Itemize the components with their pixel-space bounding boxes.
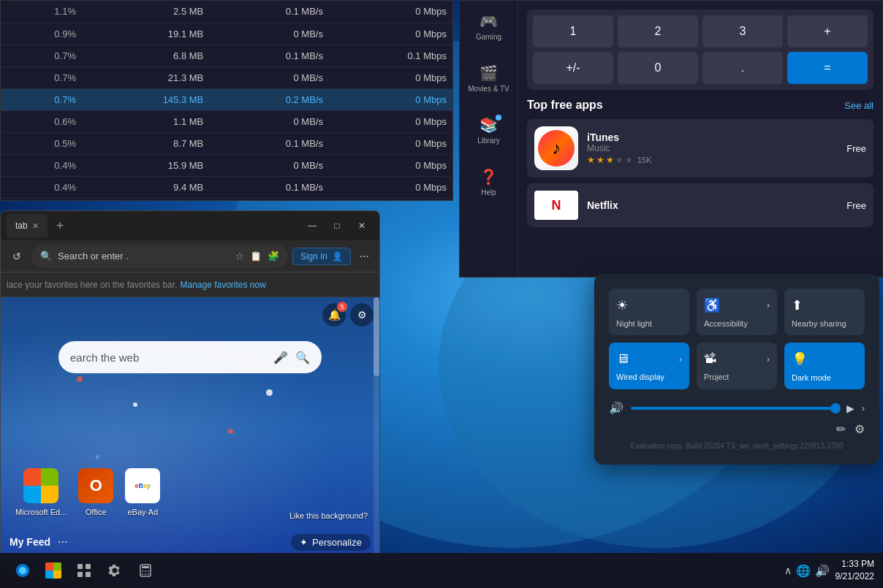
edge-shortcut-icon-edge xyxy=(23,468,58,503)
edge-close-button[interactable]: ✕ xyxy=(350,215,374,236)
taskbar-settings-icon[interactable] xyxy=(101,557,129,584)
edge-maximize-button[interactable]: □ xyxy=(325,215,349,236)
edge-search-container: earch the web 🎤 🔍 xyxy=(58,341,322,373)
edge-collections-icon[interactable]: 📋 xyxy=(250,251,262,261)
itunes-info: iTunes Music ★ ★ ★ ★ ★ 15K xyxy=(587,131,838,165)
edge-address-text: Search or enter . xyxy=(58,251,230,261)
edge-search-submit-icon[interactable]: 🔍 xyxy=(295,351,310,364)
edge-page-settings-button[interactable]: ⚙ xyxy=(350,303,374,327)
microsoft-store-window: 🎮 Gaming 🎬 Movies & TV 📚 Library ❓ Help … xyxy=(459,0,883,278)
edge-search-icon: 🔍 xyxy=(40,251,52,261)
store-sidebar-gaming[interactable]: 🎮 Gaming xyxy=(471,8,506,45)
edge-shortcut-office[interactable]: O Office xyxy=(78,468,113,516)
taskbar-start-icon[interactable] xyxy=(39,557,67,584)
taskbar-network-icon[interactable]: 🌐 xyxy=(796,564,811,578)
netflix-icon: N xyxy=(534,191,578,220)
edge-browser-window[interactable]: tab ✕ + — □ ✕ ↺ 🔍 Search or enter . ☆ 📋 … xyxy=(0,210,380,561)
edge-back-button[interactable]: ↺ xyxy=(7,246,27,267)
gaming-icon: 🎮 xyxy=(480,12,498,30)
svg-point-9 xyxy=(142,573,143,575)
edge-more-button[interactable]: ··· xyxy=(355,247,374,266)
taskbar-chevron-icon[interactable]: ∧ xyxy=(784,565,792,576)
edge-new-tab-button[interactable]: + xyxy=(52,218,69,234)
store-sidebar-movies[interactable]: 🎬 Movies & TV xyxy=(463,60,514,97)
tm-cpu-cell: 0.7% xyxy=(1,66,82,88)
calc-btn-0[interactable]: 0 xyxy=(618,52,698,84)
top-free-apps-section: Top free apps See all ♪ iTunes Music ★ ★… xyxy=(527,99,873,227)
tm-cpu-cell: 0.5% xyxy=(1,132,82,154)
taskbar-taskview-icon[interactable] xyxy=(70,557,98,584)
volume-chevron-icon[interactable]: › xyxy=(862,403,865,413)
calc-btn-3[interactable]: 3 xyxy=(702,15,783,47)
itunes-app-item[interactable]: ♪ iTunes Music ★ ★ ★ ★ ★ 15K Free xyxy=(527,119,873,177)
calc-btn-1[interactable]: 1 xyxy=(533,15,613,47)
edge-tab[interactable]: tab ✕ xyxy=(7,214,48,237)
qs-btn-header-0: ☀ xyxy=(616,297,682,313)
tm-disk-cell: 0 MB/s xyxy=(209,110,329,132)
svg-point-10 xyxy=(145,573,146,575)
volume-slider[interactable] xyxy=(631,407,839,410)
taskbar-clock[interactable]: 1:33 PM 9/21/2022 xyxy=(835,558,874,583)
svg-rect-0 xyxy=(77,564,83,569)
edge-address-bar[interactable]: 🔍 Search or enter . ☆ 📋 🧩 xyxy=(31,245,288,268)
manage-favorites-link[interactable]: Manage favorites now xyxy=(180,280,265,290)
taskbar-calculator-icon[interactable] xyxy=(132,557,159,584)
svg-point-8 xyxy=(148,570,149,572)
edge-tab-close-icon[interactable]: ✕ xyxy=(32,221,39,231)
quick-settings-edit-button[interactable]: ✏ xyxy=(836,422,846,436)
calc-btn-=[interactable]: = xyxy=(787,52,868,84)
edge-scrollbar[interactable] xyxy=(374,297,379,560)
edge-sign-in-button[interactable]: Sign in 👤 xyxy=(292,248,351,265)
calc-btn-+[interactable]: + xyxy=(787,15,868,47)
calc-btn-+/-[interactable]: +/- xyxy=(533,52,613,84)
qs-btn-label-3: Wired display xyxy=(616,373,664,381)
tm-disk-cell: 0 MB/s xyxy=(209,154,329,176)
edge-scrollbar-thumb xyxy=(374,297,379,376)
qs-btn-wired-display[interactable]: 🖥›Wired display xyxy=(609,343,689,389)
quick-settings-grid: ☀Night light♿›Accessibility⬆Nearby shari… xyxy=(609,289,865,389)
netflix-app-item[interactable]: N Netflix Free xyxy=(527,183,873,227)
taskbar: ∧ 🌐 🔊 1:33 PM 9/21/2022 xyxy=(0,553,883,588)
netflix-price: Free xyxy=(846,200,866,211)
store-sidebar-movies-label: Movies & TV xyxy=(468,85,509,93)
qs-btn-night-light[interactable]: ☀Night light xyxy=(609,289,689,335)
edge-extensions-icon[interactable]: 🧩 xyxy=(268,251,279,261)
star-2: ★ xyxy=(596,155,605,165)
edge-favorites-bar: lace your favorites here on the favorite… xyxy=(1,272,379,297)
edge-voice-search-icon[interactable]: 🎤 xyxy=(273,351,288,364)
sign-in-avatar-icon: 👤 xyxy=(332,251,343,261)
store-sidebar-library[interactable]: 📚 Library xyxy=(473,112,504,149)
personalize-button[interactable]: ✦ Personalize xyxy=(291,534,371,551)
tm-disk-cell: 0.1 MB/s xyxy=(209,45,329,66)
edge-bing-search-box[interactable]: earch the web 🎤 🔍 xyxy=(58,341,322,373)
tm-network-cell: 0 Mbps xyxy=(329,110,452,132)
taskbar-edge-icon[interactable] xyxy=(9,557,37,584)
edge-shortcut-ebay[interactable]: e B a y eBay·Ad xyxy=(125,468,160,516)
edge-toolbar: ↺ 🔍 Search or enter . ☆ 📋 🧩 Sign in 👤 ··… xyxy=(1,240,379,272)
tm-network-cell: 0.1 Mbps xyxy=(329,45,452,66)
ebay-icon: e B a y xyxy=(125,468,160,503)
calc-btn-.[interactable]: . xyxy=(702,52,783,84)
see-all-link[interactable]: See all xyxy=(844,100,873,111)
qs-btn-nearby-sharing[interactable]: ⬆Nearby sharing xyxy=(784,289,865,335)
feed-more-button[interactable]: ··· xyxy=(58,535,67,549)
svg-point-11 xyxy=(148,573,149,575)
volume-end-icon[interactable]: ▶ xyxy=(846,402,854,414)
edge-notifications-button[interactable]: 🔔 5 xyxy=(322,303,346,327)
edge-tab-label: tab xyxy=(15,221,28,231)
qs-btn-chevron-1: › xyxy=(767,300,770,310)
quick-settings-settings-button[interactable]: ⚙ xyxy=(854,422,865,436)
edge-minimize-button[interactable]: — xyxy=(300,215,324,236)
task-manager-row: 0.4%15.9 MB0 MB/s0 Mbps xyxy=(1,154,452,176)
qs-btn-accessibility[interactable]: ♿›Accessibility xyxy=(697,289,777,335)
tm-memory-cell: 145.3 MB xyxy=(82,88,209,110)
qs-btn-dark-mode[interactable]: 💡Dark mode xyxy=(784,343,865,389)
edge-favorites-icon[interactable]: ☆ xyxy=(235,251,244,261)
qs-btn-project[interactable]: 📽›Project xyxy=(697,343,777,389)
calc-btn-2[interactable]: 2 xyxy=(618,15,698,47)
store-content: 123++/-0.= Top free apps See all ♪ iTune… xyxy=(518,1,882,277)
taskbar-volume-icon[interactable]: 🔊 xyxy=(815,564,830,578)
edge-shortcut-edge[interactable]: Microsoft Ed... xyxy=(15,468,67,516)
library-icon: 📚 xyxy=(480,116,498,134)
store-sidebar-help[interactable]: ❓ Help xyxy=(475,164,502,201)
